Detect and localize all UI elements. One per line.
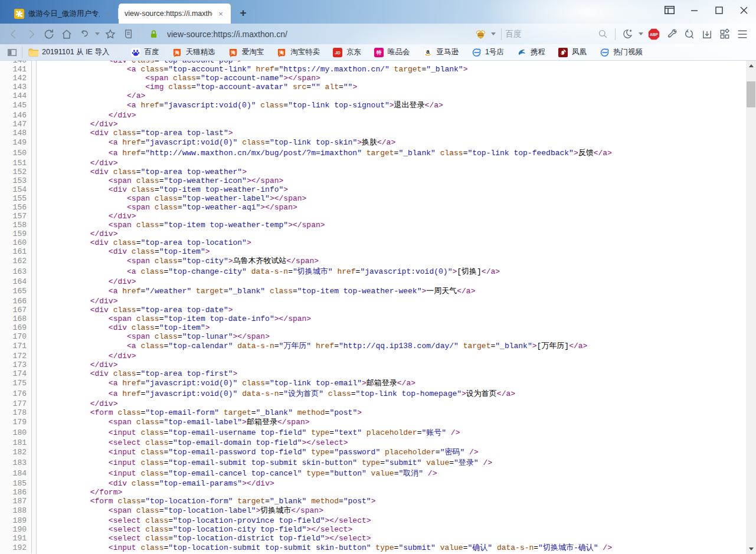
source-line-code: <div class="top-area top-last">: [32, 129, 233, 137]
undo-history-icon[interactable]: [76, 26, 93, 42]
layout-panel-button[interactable]: [657, 0, 682, 20]
tab-maxthon-today[interactable]: 傲游今日_傲游用户专属的网 ×: [8, 4, 118, 24]
bookmark-item[interactable]: 淘天猫精选: [172, 47, 215, 57]
source-line: 191 <select class="top-location-district…: [0, 534, 744, 543]
source-line-code: <span class="top-email-label">邮箱登录</span…: [32, 417, 310, 428]
search-engine-bee-icon[interactable]: [472, 26, 489, 42]
source-line-code: <a href="javascript:void(0)" class="top-…: [32, 378, 415, 389]
source-line-code: <span class="top-account-name"></span>: [32, 74, 320, 83]
line-number: 179: [0, 417, 32, 428]
source-line: 161 <div class="top-item">: [0, 247, 744, 256]
scroll-down-arrow[interactable]: [746, 544, 756, 554]
new-tab-button[interactable]: +: [235, 5, 251, 21]
maximize-button[interactable]: [706, 0, 731, 20]
phoenix-favicon: [558, 47, 568, 57]
source-line: 162 <span class="top-city">乌鲁木齐牧试站</span…: [0, 256, 744, 267]
tab-close-icon[interactable]: ×: [104, 9, 112, 18]
undo-dropdown-caret[interactable]: [95, 32, 100, 35]
bookmark-item[interactable]: 热门视频: [600, 47, 643, 57]
source-line-code: <a class="top-account-link" href="https:…: [32, 65, 467, 74]
line-number: 171: [0, 341, 32, 352]
source-line-code: <span class="top-city">乌鲁木齐牧试站</span>: [32, 256, 319, 267]
source-line-code: <a href="javascript:void(0)" class="top-…: [32, 100, 443, 111]
source-line: 145 <a href="javascript:void(0)" class="…: [0, 100, 744, 111]
source-line-code: <input class="top-email-cancel top-cance…: [32, 468, 437, 479]
line-number: 169: [0, 323, 32, 332]
tab-strip: 傲游今日_傲游用户专属的网 × view-source:https://i.ma…: [0, 0, 756, 24]
night-mode-moon-icon[interactable]: [619, 26, 637, 42]
download-icon[interactable]: [698, 26, 716, 42]
toolbar-separator: [140, 28, 141, 40]
abp-label: ABP: [650, 32, 659, 36]
adblock-abp-icon[interactable]: ABP: [645, 26, 663, 42]
line-number: 168: [0, 314, 32, 323]
line-number: 178: [0, 408, 32, 417]
line-number: 173: [0, 360, 32, 369]
bookmark-folder-ie-import[interactable]: 20191101 从 IE 导入: [28, 47, 109, 57]
search-input[interactable]: 百度: [505, 29, 594, 40]
line-number: 170: [0, 332, 32, 341]
tab-view-source[interactable]: view-source:https://i.maxthon.cn/ ×: [119, 4, 231, 24]
minimize-button[interactable]: [682, 0, 706, 20]
search-box[interactable]: 百度 ABP: [472, 26, 756, 42]
source-line: 149 <a href="javascript:void(0)" class="…: [0, 137, 744, 148]
scrollbar-thumb[interactable]: [747, 81, 755, 107]
amazon-favicon: a: [423, 47, 433, 57]
source-line-code: </div>: [32, 399, 117, 408]
source-line-code: <select class="top-email-domain top-fiel…: [32, 438, 348, 447]
search-magnifier-icon[interactable]: [594, 26, 611, 42]
bookmark-item[interactable]: 特唯品会: [374, 47, 410, 57]
source-line: 177 </div>: [0, 399, 744, 408]
bookmark-item[interactable]: 1号店: [472, 47, 504, 57]
source-line: 164 </div>: [0, 277, 744, 286]
night-mode-dropdown-caret[interactable]: [639, 32, 643, 35]
refresh-icon[interactable]: [40, 26, 58, 42]
notes-icon[interactable]: [119, 26, 137, 42]
source-line: 182 <input class="top-email-password top…: [0, 447, 744, 458]
secure-lock-icon[interactable]: [145, 26, 162, 42]
back-icon[interactable]: [5, 26, 22, 42]
collector-grid-icon[interactable]: [716, 26, 734, 42]
scroll-up-arrow[interactable]: [746, 61, 756, 71]
source-line-code: </div>: [32, 277, 136, 286]
bookmark-item[interactable]: a亚马逊: [423, 47, 459, 57]
bookmark-label: 热门视频: [613, 47, 643, 57]
bookmark-item[interactable]: 淘淘宝特卖: [277, 47, 320, 57]
source-line-code: </div>: [32, 352, 136, 360]
source-line-code: <a href="javascript:void(0)" class="top-…: [32, 137, 395, 148]
main-menu-hamburger-icon[interactable]: [734, 26, 751, 42]
line-number: 177: [0, 399, 32, 408]
bookmark-item[interactable]: 百度: [130, 47, 159, 57]
line-number: 176: [0, 389, 32, 399]
search-engine-dropdown-caret[interactable]: [491, 32, 496, 35]
bookmarks-separator: [22, 47, 22, 58]
tab-close-icon[interactable]: ×: [217, 9, 225, 18]
skin-wrench-icon[interactable]: [663, 26, 680, 42]
sidebar-toggle-icon[interactable]: [7, 47, 17, 57]
source-line: 175 <a href="javascript:void(0)" class="…: [0, 378, 744, 389]
forward-icon[interactable]: [22, 26, 40, 42]
line-number: 162: [0, 256, 32, 267]
address-bar: view-source:https://i.maxthon.cn/ 百度: [0, 24, 756, 44]
url-text[interactable]: view-source:https://i.maxthon.cn/: [167, 29, 287, 39]
source-line: 147 </div>: [0, 120, 744, 129]
bookmark-item[interactable]: 携程: [517, 47, 545, 57]
bookmark-label: 携程: [531, 47, 545, 57]
bookmark-item[interactable]: 凤凰: [558, 47, 587, 57]
favorites-star-icon[interactable]: [102, 26, 119, 42]
source-line-code: <span class="top-weather-label"></span>: [32, 194, 306, 203]
close-window-button[interactable]: [731, 0, 756, 20]
source-line: 152 <div class="top-area top-weather">: [0, 168, 744, 176]
line-number: 166: [0, 297, 32, 306]
bookmark-items: 百度淘天猫精选淘爱淘宝淘淘宝特卖JD京东特唯品会a亚马逊1号店携程凤凰热门视频: [130, 47, 655, 57]
bookmark-item[interactable]: JD京东: [333, 47, 361, 57]
home-icon[interactable]: [58, 26, 76, 42]
source-line: 158 <span class="top-item top-weather-te…: [0, 221, 744, 230]
bookmark-item[interactable]: 淘爱淘宝: [228, 47, 264, 57]
line-number: 161: [0, 247, 32, 256]
sniffer-icon[interactable]: [680, 26, 698, 42]
source-line-code: <select class="top-location-district top…: [32, 534, 371, 543]
vertical-scrollbar[interactable]: [746, 61, 756, 554]
tao-favicon: 淘: [172, 47, 182, 57]
line-number: 191: [0, 534, 32, 543]
